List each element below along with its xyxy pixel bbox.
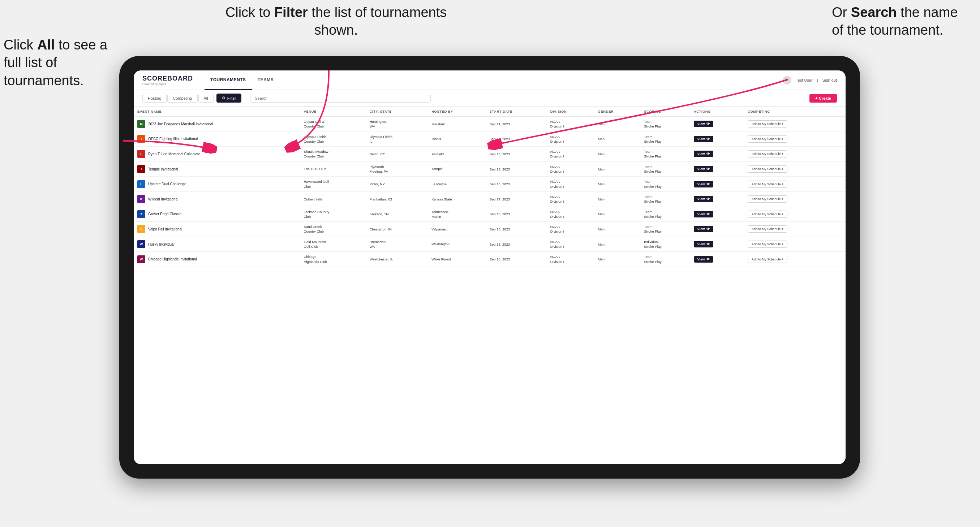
cell-division-8: NCAADivision I <box>547 237 595 252</box>
cell-venue-0: Guyan Golf &Country Club <box>300 117 366 132</box>
cell-hosted-6: Tennessee-Martin <box>428 206 486 222</box>
cell-hosted-7: Valparaiso <box>428 222 486 237</box>
cell-venue-2: Shuttle MeadowCountry Club <box>300 147 366 162</box>
cell-actions-6: View 👁 <box>690 206 744 222</box>
cell-competing-1: Add to My Schedule + <box>744 132 846 147</box>
cell-event-name-2: F Ryan T. Lee Memorial Collegiate <box>134 147 300 162</box>
add-schedule-button-5[interactable]: Add to My Schedule + <box>748 195 788 203</box>
cell-gender-9: Men <box>594 252 640 267</box>
cell-competing-3: Add to My Schedule + <box>744 162 846 177</box>
table-row: L Upstate Dual Challenge Ravenwood GolfC… <box>134 177 846 192</box>
eye-icon-1: 👁 <box>706 137 710 141</box>
cell-city-8: Bremerton,WA <box>366 237 428 252</box>
view-button-6[interactable]: View 👁 <box>694 211 713 217</box>
cell-actions-7: View 👁 <box>690 222 744 237</box>
cell-actions-4: View 👁 <box>690 177 744 192</box>
table-row: W Chicago Highlands Invitational Chicago… <box>134 252 846 267</box>
user-name: Test User <box>796 78 812 83</box>
add-schedule-button-6[interactable]: Add to My Schedule + <box>748 211 788 218</box>
team-logo-0: M <box>137 120 145 128</box>
cell-date-7: Sep 18, 2023 <box>486 222 547 237</box>
cell-event-name-9: W Chicago Highlands Invitational <box>134 252 300 267</box>
search-input[interactable] <box>250 94 431 103</box>
table-row: I OFCC Fighting Illini Invitational Olym… <box>134 132 846 147</box>
team-logo-3: T <box>137 165 145 173</box>
view-button-8[interactable]: View 👁 <box>694 241 713 248</box>
event-name-2: Ryan T. Lee Memorial Collegiate <box>148 152 200 156</box>
col-actions: ACTIONS <box>690 106 744 117</box>
cell-hosted-3: Temple <box>428 162 486 177</box>
cell-city-9: Westchester, IL <box>366 252 428 267</box>
divider: | <box>817 78 818 83</box>
eye-icon-9: 👁 <box>706 257 710 261</box>
cell-gender-2: Men <box>594 147 640 162</box>
cell-hosted-0: Marshall <box>428 117 486 132</box>
add-schedule-button-2[interactable]: Add to My Schedule + <box>748 150 788 157</box>
cell-date-8: Sep 18, 2023 <box>486 237 547 252</box>
view-button-5[interactable]: View 👁 <box>694 196 713 202</box>
cell-division-4: NCAADivision I <box>547 177 595 192</box>
cell-venue-7: Sand CreekCountry Club <box>300 222 366 237</box>
add-schedule-button-7[interactable]: Add to My Schedule + <box>748 225 788 233</box>
team-logo-6: T <box>137 210 145 218</box>
nav-tab-tournaments[interactable]: TOURNAMENTS <box>205 70 252 90</box>
filter-button[interactable]: ⚙ Filter <box>216 94 242 103</box>
event-name-0: 2023 Joe Feaganes Marshall Invitational <box>148 122 213 126</box>
cell-event-name-1: I OFCC Fighting Illini Invitational <box>134 132 300 147</box>
cell-actions-9: View 👁 <box>690 252 744 267</box>
add-schedule-button-0[interactable]: Add to My Schedule + <box>748 120 788 127</box>
col-start-date: START DATE <box>486 106 547 117</box>
cell-venue-5: Colbert Hills <box>300 191 366 206</box>
add-schedule-button-4[interactable]: Add to My Schedule + <box>748 181 788 188</box>
cell-venue-3: The 1912 Club <box>300 162 366 177</box>
table-container: EVENT NAME VENUE CITY, STATE HOSTED BY S… <box>134 106 846 464</box>
table-header-row: EVENT NAME VENUE CITY, STATE HOSTED BY S… <box>134 106 846 117</box>
cell-competing-5: Add to My Schedule + <box>744 191 846 206</box>
annotation-search: Or Search the name of the tournament. <box>832 3 969 40</box>
eye-icon-3: 👁 <box>706 167 710 171</box>
cell-competing-7: Add to My Schedule + <box>744 222 846 237</box>
filter-btn-group: Hosting Competing All <box>142 94 213 103</box>
all-tab[interactable]: All <box>198 94 213 103</box>
add-schedule-button-8[interactable]: Add to My Schedule + <box>748 241 788 248</box>
team-logo-4: L <box>137 180 145 188</box>
view-button-1[interactable]: View 👁 <box>694 136 713 142</box>
cell-competing-2: Add to My Schedule + <box>744 147 846 162</box>
cell-date-4: Sep 16, 2023 <box>486 177 547 192</box>
create-button[interactable]: + Create <box>810 94 837 103</box>
hosting-tab[interactable]: Hosting <box>142 94 167 103</box>
cell-actions-5: View 👁 <box>690 191 744 206</box>
add-schedule-button-9[interactable]: Add to My Schedule + <box>748 256 788 263</box>
annotation-all: Click All to see a full list of tourname… <box>3 36 112 90</box>
cell-scoring-0: Team,Stroke Play <box>640 117 690 132</box>
view-button-3[interactable]: View 👁 <box>694 166 713 172</box>
cell-date-6: Sep 18, 2023 <box>486 206 547 222</box>
table-row: F Ryan T. Lee Memorial Collegiate Shuttl… <box>134 147 846 162</box>
team-logo-9: W <box>137 256 145 264</box>
cell-division-2: NCAADivision I <box>547 147 595 162</box>
team-logo-2: F <box>137 150 145 158</box>
view-button-7[interactable]: View 👁 <box>694 226 713 232</box>
view-button-0[interactable]: View 👁 <box>694 121 713 127</box>
table-row: W Husky Individual Gold MountainGolf Clu… <box>134 237 846 252</box>
signout-link[interactable]: Sign out <box>822 78 837 83</box>
cell-actions-0: View 👁 <box>690 117 744 132</box>
cell-hosted-2: Fairfield <box>428 147 486 162</box>
add-schedule-button-1[interactable]: Add to My Schedule + <box>748 135 788 143</box>
cell-gender-8: Men <box>594 237 640 252</box>
eye-icon-2: 👁 <box>706 152 710 156</box>
cell-scoring-2: Team,Stroke Play <box>640 147 690 162</box>
cell-event-name-8: W Husky Individual <box>134 237 300 252</box>
nav-tab-teams[interactable]: TEAMS <box>252 70 280 90</box>
event-name-4: Upstate Dual Challenge <box>148 182 186 186</box>
cell-venue-4: Ravenwood GolfClub <box>300 177 366 192</box>
competing-tab[interactable]: Competing <box>167 94 197 103</box>
view-button-4[interactable]: View 👁 <box>694 181 713 187</box>
view-button-9[interactable]: View 👁 <box>694 256 713 263</box>
cell-competing-9: Add to My Schedule + <box>744 252 846 267</box>
eye-icon-6: 👁 <box>706 213 710 216</box>
add-schedule-button-3[interactable]: Add to My Schedule + <box>748 165 788 173</box>
cell-actions-2: View 👁 <box>690 147 744 162</box>
view-button-2[interactable]: View 👁 <box>694 151 713 157</box>
cell-scoring-4: Team,Stroke Play <box>640 177 690 192</box>
